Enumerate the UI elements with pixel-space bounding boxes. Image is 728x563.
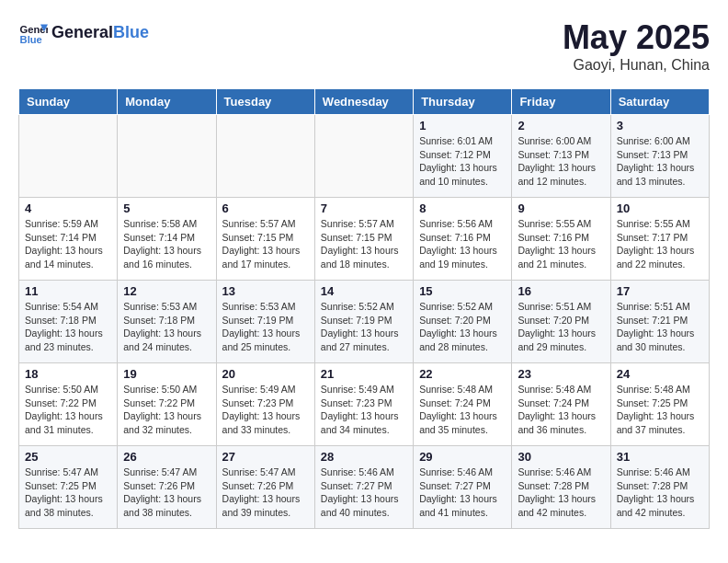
calendar-cell: 24Sunrise: 5:48 AMSunset: 7:25 PMDayligh… [610,363,709,446]
calendar-cell [118,115,216,198]
calendar-cell: 9Sunrise: 5:55 AMSunset: 7:16 PMDaylight… [512,198,610,281]
day-info: Sunrise: 5:52 AMSunset: 7:19 PMDaylight:… [321,300,407,354]
main-title: May 2025 [563,18,710,57]
calendar-cell: 7Sunrise: 5:57 AMSunset: 7:15 PMDaylight… [314,198,413,281]
day-number: 20 [222,367,309,381]
day-number: 25 [25,450,111,464]
day-number: 26 [123,450,210,464]
day-info: Sunrise: 5:59 AMSunset: 7:14 PMDaylight:… [25,217,111,271]
day-number: 10 [617,201,703,215]
week-row-1: 1Sunrise: 6:01 AMSunset: 7:12 PMDaylight… [19,115,710,198]
calendar-cell: 29Sunrise: 5:46 AMSunset: 7:27 PMDayligh… [414,446,512,529]
logo-icon: General Blue [18,18,48,48]
calendar-cell: 10Sunrise: 5:55 AMSunset: 7:17 PMDayligh… [610,198,709,281]
calendar-cell: 21Sunrise: 5:49 AMSunset: 7:23 PMDayligh… [314,363,413,446]
day-info: Sunrise: 6:01 AMSunset: 7:12 PMDaylight:… [419,134,506,189]
day-info: Sunrise: 5:46 AMSunset: 7:28 PMDaylight:… [617,465,703,520]
day-info: Sunrise: 5:58 AMSunset: 7:14 PMDaylight:… [123,217,210,271]
day-number: 12 [123,284,210,298]
day-info: Sunrise: 5:53 AMSunset: 7:18 PMDaylight:… [123,300,210,354]
day-info: Sunrise: 5:56 AMSunset: 7:16 PMDaylight:… [419,217,506,271]
day-number: 1 [419,119,506,132]
calendar-cell [19,115,118,198]
header-wednesday: Wednesday [314,89,413,115]
day-number: 8 [419,201,506,215]
calendar-cell: 19Sunrise: 5:50 AMSunset: 7:22 PMDayligh… [118,363,216,446]
calendar-cell: 22Sunrise: 5:48 AMSunset: 7:24 PMDayligh… [414,363,512,446]
day-number: 9 [518,201,604,215]
day-number: 18 [25,367,111,381]
calendar-cell [216,115,314,198]
day-number: 15 [419,284,506,298]
day-info: Sunrise: 5:46 AMSunset: 7:27 PMDaylight:… [321,465,407,520]
week-row-2: 4Sunrise: 5:59 AMSunset: 7:14 PMDaylight… [19,198,710,281]
day-number: 30 [518,450,604,464]
logo: General Blue GeneralBlue [18,18,149,48]
day-number: 17 [617,284,703,298]
day-info: Sunrise: 5:49 AMSunset: 7:23 PMDaylight:… [222,383,309,437]
calendar-cell: 20Sunrise: 5:49 AMSunset: 7:23 PMDayligh… [216,363,314,446]
day-info: Sunrise: 5:48 AMSunset: 7:25 PMDaylight:… [617,383,703,437]
page-header: General Blue GeneralBlue May 2025 Gaoyi,… [18,18,710,74]
day-info: Sunrise: 5:47 AMSunset: 7:25 PMDaylight:… [25,465,111,520]
day-info: Sunrise: 5:54 AMSunset: 7:18 PMDaylight:… [25,300,111,354]
week-row-5: 25Sunrise: 5:47 AMSunset: 7:25 PMDayligh… [19,446,710,529]
calendar-cell: 2Sunrise: 6:00 AMSunset: 7:13 PMDaylight… [512,115,610,198]
header-saturday: Saturday [610,89,709,115]
calendar-cell: 8Sunrise: 5:56 AMSunset: 7:16 PMDaylight… [414,198,512,281]
calendar-cell: 12Sunrise: 5:53 AMSunset: 7:18 PMDayligh… [118,281,216,363]
day-number: 3 [617,119,703,132]
day-info: Sunrise: 5:50 AMSunset: 7:22 PMDaylight:… [25,383,111,437]
day-info: Sunrise: 5:47 AMSunset: 7:26 PMDaylight:… [123,465,210,520]
calendar-cell: 27Sunrise: 5:47 AMSunset: 7:26 PMDayligh… [216,446,314,529]
day-info: Sunrise: 5:48 AMSunset: 7:24 PMDaylight:… [419,383,506,437]
day-number: 11 [25,284,111,298]
calendar-cell: 17Sunrise: 5:51 AMSunset: 7:21 PMDayligh… [610,281,709,363]
day-number: 4 [25,201,111,215]
svg-text:Blue: Blue [20,34,42,45]
calendar-cell [314,115,413,198]
day-number: 23 [518,367,604,381]
day-info: Sunrise: 5:55 AMSunset: 7:17 PMDaylight:… [617,217,703,271]
day-info: Sunrise: 5:52 AMSunset: 7:20 PMDaylight:… [419,300,506,354]
day-number: 13 [222,284,309,298]
day-number: 6 [222,201,309,215]
title-block: May 2025 Gaoyi, Hunan, China [563,18,710,74]
logo-text: GeneralBlue [51,23,149,43]
day-number: 2 [518,119,604,132]
header-thursday: Thursday [414,89,512,115]
day-info: Sunrise: 5:48 AMSunset: 7:24 PMDaylight:… [518,383,604,437]
header-friday: Friday [512,89,610,115]
calendar-cell: 25Sunrise: 5:47 AMSunset: 7:25 PMDayligh… [19,446,118,529]
day-number: 5 [123,201,210,215]
header-monday: Monday [118,89,216,115]
week-row-4: 18Sunrise: 5:50 AMSunset: 7:22 PMDayligh… [19,363,710,446]
calendar-cell: 1Sunrise: 6:01 AMSunset: 7:12 PMDaylight… [414,115,512,198]
calendar-cell: 23Sunrise: 5:48 AMSunset: 7:24 PMDayligh… [512,363,610,446]
header-sunday: Sunday [19,89,118,115]
day-info: Sunrise: 5:51 AMSunset: 7:20 PMDaylight:… [518,300,604,354]
day-info: Sunrise: 5:57 AMSunset: 7:15 PMDaylight:… [222,217,309,271]
calendar-cell: 31Sunrise: 5:46 AMSunset: 7:28 PMDayligh… [610,446,709,529]
calendar-cell: 15Sunrise: 5:52 AMSunset: 7:20 PMDayligh… [414,281,512,363]
calendar-cell: 14Sunrise: 5:52 AMSunset: 7:19 PMDayligh… [314,281,413,363]
day-info: Sunrise: 5:46 AMSunset: 7:28 PMDaylight:… [518,465,604,520]
day-number: 7 [321,201,407,215]
calendar-cell: 26Sunrise: 5:47 AMSunset: 7:26 PMDayligh… [118,446,216,529]
calendar-cell: 3Sunrise: 6:00 AMSunset: 7:13 PMDaylight… [610,115,709,198]
calendar-cell: 5Sunrise: 5:58 AMSunset: 7:14 PMDaylight… [118,198,216,281]
day-info: Sunrise: 5:50 AMSunset: 7:22 PMDaylight:… [123,383,210,437]
day-info: Sunrise: 6:00 AMSunset: 7:13 PMDaylight:… [617,134,703,189]
day-number: 28 [321,450,407,464]
calendar-cell: 13Sunrise: 5:53 AMSunset: 7:19 PMDayligh… [216,281,314,363]
calendar-cell: 28Sunrise: 5:46 AMSunset: 7:27 PMDayligh… [314,446,413,529]
calendar-header-row: SundayMondayTuesdayWednesdayThursdayFrid… [19,89,710,115]
day-info: Sunrise: 5:46 AMSunset: 7:27 PMDaylight:… [419,465,506,520]
day-number: 27 [222,450,309,464]
day-number: 22 [419,367,506,381]
day-number: 14 [321,284,407,298]
day-number: 31 [617,450,703,464]
day-info: Sunrise: 5:55 AMSunset: 7:16 PMDaylight:… [518,217,604,271]
day-number: 24 [617,367,703,381]
day-info: Sunrise: 5:57 AMSunset: 7:15 PMDaylight:… [321,217,407,271]
